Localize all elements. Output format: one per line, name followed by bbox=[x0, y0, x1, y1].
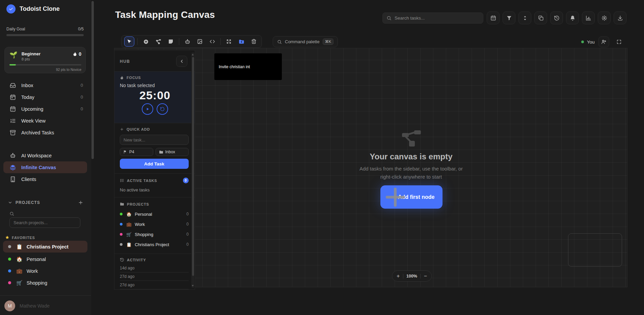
sidebar-item-inbox[interactable]: Inbox 0 bbox=[0, 79, 91, 91]
hub-project-row[interactable]: 🛒 Shopping 0 bbox=[120, 229, 189, 239]
start-timer-button[interactable] bbox=[142, 103, 153, 115]
command-palette-button[interactable]: Command palette ⌘K bbox=[273, 36, 338, 47]
clipboard-emoji: 📋 bbox=[16, 244, 23, 250]
canvas-empty-title: Your canvas is empty bbox=[360, 152, 462, 161]
hub-title: HUB bbox=[120, 59, 130, 64]
crosshair-cursor-icon bbox=[386, 196, 405, 199]
hub-project-row[interactable]: 🏠 Personal 0 bbox=[120, 209, 189, 219]
settings-button[interactable] bbox=[598, 11, 611, 24]
export-button[interactable] bbox=[614, 11, 626, 24]
hub-project-row[interactable]: 📋 Christians Project 0 bbox=[120, 239, 189, 250]
sidebar-item-clients[interactable]: Clients bbox=[0, 173, 91, 185]
calendar-icon bbox=[10, 94, 16, 100]
delete-button[interactable] bbox=[249, 36, 259, 47]
check-circle-icon bbox=[6, 4, 16, 14]
zoom-controls: + 100% − bbox=[392, 270, 432, 282]
chevron-down-icon[interactable] bbox=[8, 200, 12, 205]
sidebar: Todoist Clone Daily Goal 0/5 🌱 Beginner … bbox=[0, 0, 91, 315]
level-card: 🌱 Beginner 8 pts 0 92 pts to Novice bbox=[4, 47, 86, 73]
priority-selector[interactable]: P4 bbox=[120, 148, 153, 156]
sidebar-item-upcoming[interactable]: Upcoming 0 bbox=[0, 103, 91, 115]
favorite-item-christians-project[interactable]: 📋 Christians Project bbox=[3, 241, 87, 253]
folder-icon bbox=[159, 150, 163, 154]
projects-header-label[interactable]: PROJECTS bbox=[16, 200, 75, 205]
search-icon bbox=[277, 40, 282, 44]
hub-scrollbar[interactable] bbox=[191, 52, 194, 288]
activity-section: ACTIVITY 14d ago 27d ago 27d ago bbox=[120, 258, 189, 289]
canvas-task-node[interactable]: Invite christian int bbox=[214, 53, 282, 80]
hub-panel: HUB FOCUS No task selected 25:00 QUICK A… bbox=[114, 50, 195, 290]
history-icon bbox=[120, 258, 124, 262]
clipboard-emoji: 📋 bbox=[126, 242, 132, 247]
notifications-button[interactable] bbox=[566, 11, 579, 24]
connect-tool-button[interactable] bbox=[153, 36, 163, 47]
cart-emoji: 🛒 bbox=[126, 232, 132, 237]
quick-add-header: QUICK ADD bbox=[127, 127, 150, 131]
duplicate-button[interactable] bbox=[534, 11, 547, 24]
calendar-button[interactable] bbox=[487, 11, 500, 24]
add-task-button[interactable]: Add Task bbox=[120, 159, 189, 169]
sidebar-item-ai-workspace[interactable]: AI Workspace bbox=[0, 150, 91, 161]
presence-label: You bbox=[587, 40, 595, 45]
favorite-item-personal[interactable]: 🏠 Personal bbox=[0, 253, 91, 265]
active-tasks-empty: No active tasks bbox=[120, 187, 189, 192]
zoom-out-button[interactable]: − bbox=[424, 273, 427, 279]
group-nodes-button[interactable] bbox=[236, 36, 246, 47]
filter-button[interactable] bbox=[503, 11, 515, 24]
reset-timer-button[interactable] bbox=[157, 103, 168, 115]
toolbar-divider bbox=[220, 38, 221, 45]
sidebar-scrollbar[interactable] bbox=[91, 0, 94, 315]
hub-project-row[interactable]: 💼 Work 0 bbox=[120, 219, 189, 229]
hub-projects-header: PROJECTS bbox=[127, 202, 149, 206]
sort-button[interactable] bbox=[518, 11, 531, 24]
image-tool-button[interactable] bbox=[195, 36, 205, 47]
user-profile[interactable]: M Mathew Wade bbox=[4, 300, 50, 311]
project-selector[interactable]: Inbox bbox=[156, 148, 189, 156]
sidebar-item-infinite-canvas[interactable]: Infinite Canvas bbox=[3, 161, 87, 173]
page-title: Task Mapping Canvas bbox=[115, 9, 215, 20]
add-node-button[interactable] bbox=[141, 36, 151, 47]
inbox-icon bbox=[10, 82, 16, 88]
project-color-dot bbox=[8, 281, 11, 284]
project-search-input[interactable] bbox=[9, 217, 80, 228]
task-search-input[interactable] bbox=[395, 16, 479, 21]
level-points: 8 pts bbox=[22, 57, 41, 61]
house-emoji: 🏠 bbox=[16, 256, 23, 262]
fit-view-button[interactable] bbox=[224, 36, 234, 47]
code-tool-button[interactable] bbox=[207, 36, 217, 47]
history-button[interactable] bbox=[550, 11, 563, 24]
note-tool-button[interactable] bbox=[166, 36, 176, 47]
collapse-hub-button[interactable] bbox=[176, 56, 187, 67]
daily-goal: Daily Goal 0/5 bbox=[6, 27, 84, 31]
plus-icon bbox=[120, 127, 124, 131]
app-title: Todoist Clone bbox=[20, 5, 60, 12]
workflow-icon bbox=[402, 130, 421, 147]
presence-bar: You bbox=[581, 36, 622, 47]
toolbar-divider bbox=[137, 38, 138, 45]
sidebar-item-today[interactable]: Today 0 bbox=[0, 91, 91, 103]
level-progressbar bbox=[9, 64, 81, 65]
project-color-dot bbox=[8, 245, 11, 248]
empty-node-outline[interactable] bbox=[568, 233, 622, 267]
new-task-input[interactable] bbox=[120, 135, 189, 145]
activity-header: ACTIVITY bbox=[127, 258, 146, 262]
add-project-button[interactable] bbox=[78, 200, 83, 205]
robot-icon bbox=[10, 153, 16, 159]
app-logo: Todoist Clone bbox=[6, 4, 60, 14]
sidebar-item-archived-tasks[interactable]: Archived Tasks bbox=[0, 127, 91, 138]
favorite-item-shopping[interactable]: 🛒 Shopping bbox=[0, 277, 91, 289]
fullscreen-button[interactable] bbox=[616, 39, 622, 45]
zoom-in-button[interactable]: + bbox=[397, 273, 400, 279]
activity-item: 27d ago bbox=[120, 281, 189, 289]
online-status-dot bbox=[581, 41, 584, 43]
zoom-level: 100% bbox=[406, 274, 417, 279]
projects-section-header: PROJECTS bbox=[8, 200, 83, 205]
invite-collaborator-button[interactable] bbox=[598, 36, 609, 47]
briefcase-emoji: 💼 bbox=[16, 268, 23, 274]
analytics-button[interactable] bbox=[582, 11, 595, 24]
select-tool-button[interactable] bbox=[124, 36, 134, 47]
sidebar-item-week-view[interactable]: Week View bbox=[0, 115, 91, 127]
flame-icon bbox=[120, 76, 124, 80]
ai-tool-button[interactable] bbox=[182, 36, 192, 47]
favorite-item-work[interactable]: 💼 Work bbox=[0, 265, 91, 277]
